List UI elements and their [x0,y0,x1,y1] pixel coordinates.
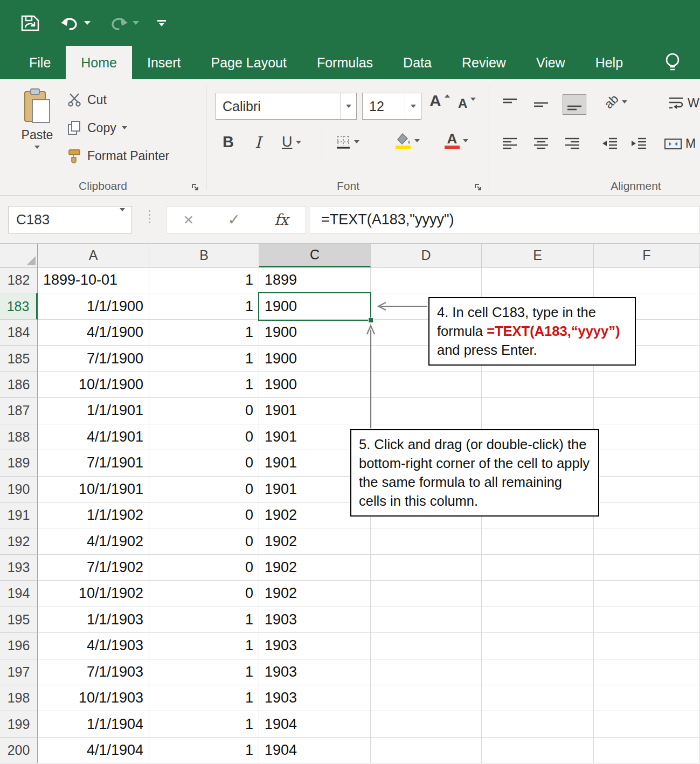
cell-B199[interactable]: 1 [149,711,259,737]
font-dialog-launcher[interactable] [474,183,482,191]
cell-B195[interactable]: 1 [149,607,259,633]
align-center-button[interactable] [532,136,550,152]
row-header-199[interactable]: 199 [0,711,38,737]
cell-C197[interactable]: 1903 [259,659,371,685]
cell-C185[interactable]: 1900 [259,346,371,371]
paste-button[interactable]: Paste [14,88,60,149]
row-header-182[interactable]: 182 [0,267,38,293]
row-header-185[interactable]: 185 [0,346,38,371]
cell-F193[interactable] [594,555,700,581]
cell-E199[interactable] [482,711,594,737]
cut-button[interactable]: Cut [67,92,107,107]
row-header-190[interactable]: 190 [0,477,38,503]
row-header-189[interactable]: 189 [0,450,38,476]
cell-F192[interactable] [594,528,700,554]
cell-B191[interactable]: 0 [149,503,259,528]
decrease-indent-button[interactable] [601,136,619,152]
clipboard-dialog-launcher[interactable] [191,183,199,191]
row-header-196[interactable]: 196 [0,633,38,659]
cell-A185[interactable]: 7/1/1900 [38,346,149,371]
redo-button[interactable] [109,15,139,32]
cell-A188[interactable]: 4/1/1901 [38,424,149,450]
align-right-button[interactable] [564,136,581,152]
cell-B185[interactable]: 1 [149,346,259,371]
cell-E195[interactable] [482,607,594,633]
cell-A189[interactable]: 7/1/1901 [38,450,149,476]
cell-F186[interactable] [594,372,700,398]
cell-E197[interactable] [482,659,594,685]
cell-C186[interactable]: 1900 [259,372,371,398]
cell-E192[interactable] [482,528,594,554]
save-button[interactable] [18,11,42,35]
cell-D195[interactable] [371,607,482,633]
cell-F182[interactable] [594,267,700,293]
align-top-button[interactable] [501,97,518,112]
tab-review[interactable]: Review [447,46,521,79]
cell-C195[interactable]: 1903 [259,607,371,633]
cell-E187[interactable] [482,398,594,424]
selected-cell-outline[interactable] [258,292,371,321]
orientation-button[interactable]: ab [605,94,627,109]
cell-F189[interactable] [594,450,700,476]
column-header-B[interactable]: B [149,244,259,267]
cell-F187[interactable] [594,398,700,424]
cell-E200[interactable] [482,738,594,763]
cell-D187[interactable] [371,398,482,424]
underline-button[interactable]: U [282,134,301,150]
row-header-192[interactable]: 192 [0,528,38,554]
cell-C182[interactable]: 1899 [259,267,371,293]
decrease-font-size-button[interactable]: A [458,97,476,110]
cell-B190[interactable]: 0 [149,477,259,503]
cell-C199[interactable]: 1904 [259,711,371,737]
cell-A190[interactable]: 10/1/1901 [38,477,149,503]
row-header-195[interactable]: 195 [0,607,38,633]
tab-insert[interactable]: Insert [132,46,196,79]
cell-D194[interactable] [371,581,482,607]
cell-A186[interactable]: 10/1/1900 [38,372,149,398]
cell-A200[interactable]: 4/1/1904 [38,738,149,763]
fill-handle[interactable] [368,318,373,323]
column-header-C[interactable]: C [259,244,371,267]
cell-F194[interactable] [594,581,700,607]
cell-E182[interactable] [482,267,594,293]
cell-A194[interactable]: 10/1/1902 [38,581,149,607]
font-color-button[interactable]: A [445,132,468,149]
cell-F190[interactable] [594,477,700,503]
cell-B184[interactable]: 1 [149,320,259,346]
cell-C192[interactable]: 1902 [259,528,371,554]
cell-E193[interactable] [482,555,594,581]
cell-F197[interactable] [594,659,700,685]
wrap-text-button[interactable]: W [668,95,699,111]
cell-F200[interactable] [594,738,700,763]
cell-A184[interactable]: 4/1/1900 [38,320,149,346]
row-header-183[interactable]: 183 [0,293,38,319]
italic-button[interactable]: I [255,133,261,152]
row-header-193[interactable]: 193 [0,555,38,581]
column-header-F[interactable]: F [594,244,700,267]
cell-D200[interactable] [371,738,482,763]
fill-color-button[interactable] [395,132,420,149]
cell-E196[interactable] [482,633,594,659]
cell-B194[interactable]: 0 [149,581,259,607]
tab-page-layout[interactable]: Page Layout [196,46,302,79]
cell-F188[interactable] [594,424,700,450]
cell-D197[interactable] [371,659,482,685]
cell-B188[interactable]: 0 [149,424,259,450]
cell-A182[interactable]: 1899-10-01 [38,267,149,293]
cell-C194[interactable]: 1902 [259,581,371,607]
cell-A199[interactable]: 1/1/1904 [38,711,149,737]
row-header-200[interactable]: 200 [0,738,38,763]
formula-input[interactable]: =TEXT(A183,"yyyy") [310,206,700,233]
tab-data[interactable]: Data [388,46,447,79]
row-header-187[interactable]: 187 [0,398,38,424]
cell-F196[interactable] [594,633,700,659]
cell-C184[interactable]: 1900 [259,320,371,346]
cell-E198[interactable] [482,685,594,711]
cell-C196[interactable]: 1903 [259,633,371,659]
cell-C193[interactable]: 1902 [259,555,371,581]
column-header-E[interactable]: E [482,244,594,267]
customize-quick-access-button[interactable] [157,20,166,26]
cell-B198[interactable]: 1 [149,685,259,711]
row-header-198[interactable]: 198 [0,685,38,711]
cell-D192[interactable] [371,528,482,554]
